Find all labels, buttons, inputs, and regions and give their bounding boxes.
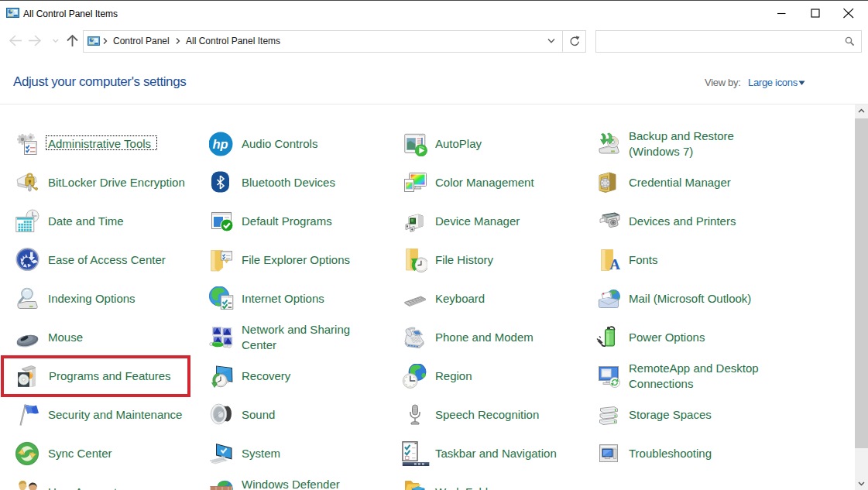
svg-text:hp: hp [212, 137, 228, 151]
svg-text:A: A [609, 256, 620, 272]
